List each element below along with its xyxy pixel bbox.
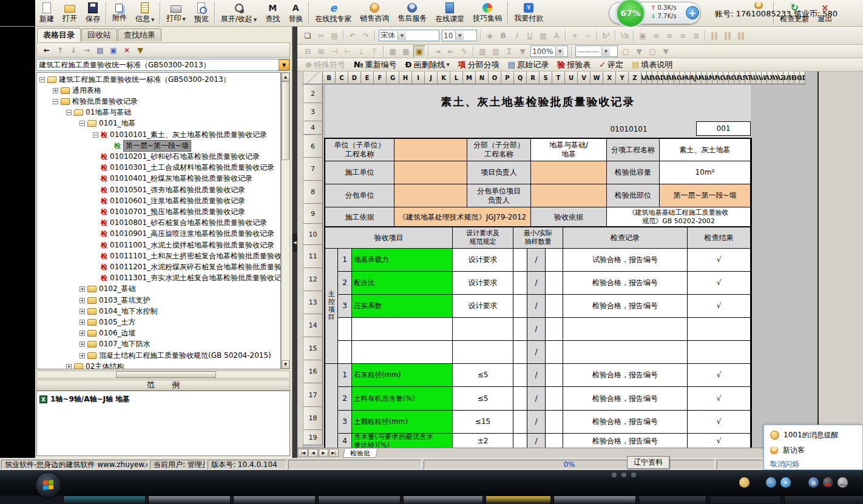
tree-horizontal-scrollbar[interactable]	[36, 371, 290, 378]
column-header-Z[interactable]: Z	[629, 72, 641, 84]
cell-item-name[interactable]: 配合比	[352, 272, 453, 295]
table-cell[interactable]	[531, 184, 607, 207]
cell-sample-slash[interactable]: /	[527, 387, 546, 411]
nav-back-icon[interactable]: ←	[41, 44, 53, 56]
tray-overflow-icon[interactable]	[631, 472, 636, 477]
cell-no[interactable]: 3	[338, 411, 352, 434]
table-cell[interactable]: 单位（子单位） 工程名称	[325, 139, 394, 161]
cell-item-name[interactable]	[352, 341, 453, 364]
cell-no[interactable]: 3	[338, 295, 352, 318]
column-header-AK[interactable]: AK	[696, 72, 702, 84]
cell-design-req[interactable]: ±2	[453, 434, 513, 449]
toolbar-button-new[interactable]: 新建	[35, 0, 58, 26]
tree-item[interactable]: +0106_边坡	[80, 328, 136, 339]
split-cell-icon[interactable]: ⊥	[355, 45, 367, 58]
cell-sample-slash[interactable]: /	[527, 249, 546, 272]
minimized-window-5[interactable]	[403, 496, 483, 504]
cell-sample-slash[interactable]: /	[527, 434, 546, 449]
column-header-J[interactable]: J	[425, 72, 438, 84]
column-header-Q[interactable]: Q	[514, 72, 527, 84]
font-name-select[interactable]: 宋体▼	[379, 30, 439, 41]
hscroll-thumb[interactable]	[116, 371, 216, 378]
copy-icon[interactable]: ❏	[302, 30, 314, 42]
row-header-18[interactable]: 18	[303, 407, 323, 430]
toolbar-button-info[interactable]: 信息▼	[131, 0, 158, 26]
cancel-blink-link[interactable]: 取消闪烁	[770, 459, 799, 469]
column-header-Y[interactable]: Y	[616, 72, 629, 84]
combo-dropdown-icon[interactable]: ▼	[279, 59, 289, 70]
tree-item[interactable]: −0101_地基	[80, 118, 136, 129]
form-serial-cell[interactable]: 001	[696, 121, 751, 136]
column-header-AQ[interactable]: AQ	[729, 72, 734, 84]
merge-right-icon[interactable]: ⊣	[328, 45, 340, 58]
tree-item[interactable]: 检01010701_预压地基检验批质量验收记录	[93, 206, 245, 217]
column-header-N[interactable]: N	[476, 72, 489, 84]
insert-cell-left-icon[interactable]: ⊟	[302, 45, 314, 58]
row-header-17[interactable]: 17	[303, 383, 323, 407]
tree-item[interactable]: 检01011201_水泥粉煤灰碎石桩复合地基检验批质量验收	[93, 261, 281, 272]
tool-原始记录[interactable]: ▤原始记录	[508, 59, 549, 70]
collapse-icon[interactable]: −	[93, 132, 98, 138]
start-button[interactable]	[35, 472, 62, 499]
format-painter-icon[interactable]: ✎	[458, 45, 470, 58]
column-header-AV[interactable]: AV	[756, 72, 762, 84]
expand-icon[interactable]: +	[53, 88, 58, 93]
line-style-select[interactable]: ———▼	[575, 45, 618, 57]
cell-sample-min[interactable]	[513, 387, 527, 411]
tree-item[interactable]: +通用表格	[53, 85, 101, 96]
row-header-6[interactable]: 6	[303, 135, 323, 158]
cell-item-name[interactable]: 压实系数	[352, 295, 453, 318]
column-header-BA[interactable]: BA	[783, 72, 789, 84]
cell-design-req[interactable]: ≤5	[453, 364, 513, 387]
cell-item-name[interactable]: 地基承载力	[352, 249, 453, 272]
row-header-11[interactable]: 11	[303, 245, 323, 268]
expand-icon[interactable]: +	[80, 309, 85, 314]
tree-item[interactable]: +0105_土方	[80, 317, 136, 328]
cell-no[interactable]	[338, 341, 352, 364]
minimized-window-3[interactable]	[233, 496, 316, 504]
cell-no[interactable]	[338, 318, 352, 341]
align-left-icon[interactable]: ≡	[650, 30, 662, 42]
group-general[interactable]	[325, 364, 338, 449]
minimized-window-1[interactable]	[63, 496, 146, 504]
column-header-M[interactable]: M	[463, 72, 476, 84]
table-cell[interactable]	[394, 184, 467, 207]
dropdown-arrow-icon[interactable]: ▼	[182, 17, 185, 22]
cell-no[interactable]: 4	[338, 434, 352, 449]
cell-sample-min[interactable]	[513, 318, 527, 341]
column-header-U[interactable]: U	[565, 72, 578, 84]
message-popup[interactable]: 1001的消息提醒 新访客 取消闪烁	[763, 425, 863, 470]
italic-icon[interactable]: I	[510, 30, 523, 42]
expand-icon[interactable]: +	[80, 341, 85, 347]
cell-sample-min[interactable]	[513, 364, 527, 387]
cell-check-record[interactable]: 检验合格，报告编号	[563, 364, 688, 387]
tool-画删除线[interactable]: Đ画删除线▼	[405, 59, 450, 70]
indent-dec-icon[interactable]: ⇤	[445, 45, 457, 58]
toolbar-button-tips[interactable]: 技巧集锦	[469, 0, 506, 26]
row-header-13[interactable]: 13	[303, 291, 323, 314]
dropdown-arrow-icon[interactable]: ▼	[446, 62, 449, 67]
tool-填表说明[interactable]: ▤填表说明	[632, 59, 672, 70]
tree-item[interactable]: +0107_地下防水	[80, 339, 151, 350]
cell-sample-slash[interactable]: /	[527, 272, 546, 295]
table-cell[interactable]	[531, 161, 607, 184]
cell-design-req[interactable]: 设计要求	[453, 249, 513, 272]
cell-sample-actual[interactable]	[546, 411, 563, 434]
fill-color-icon[interactable]: ▨	[537, 30, 549, 42]
minimized-window-7[interactable]	[553, 496, 636, 504]
undo-icon[interactable]: ↶	[347, 30, 359, 42]
format-brush-icon[interactable]: ◈	[484, 30, 496, 42]
tree-item[interactable]: +0103_基坑支护	[80, 295, 151, 306]
tree-item[interactable]: +0104_地下水控制	[80, 306, 158, 317]
cell-check-result[interactable]: √	[688, 249, 751, 272]
column-header-I[interactable]: I	[412, 72, 425, 84]
column-header-AB[interactable]: AB	[647, 72, 652, 84]
cell-sample-min[interactable]	[513, 249, 527, 272]
next-sheet-icon[interactable]: ▶	[319, 449, 328, 457]
scroll-thumb[interactable]	[282, 81, 289, 160]
cell-sample-actual[interactable]	[546, 295, 563, 318]
tool-报验表[interactable]: 验报验表	[557, 59, 591, 70]
cut-icon[interactable]: ✂	[315, 30, 327, 42]
column-header-AM[interactable]: AM	[707, 72, 712, 84]
dropdown-arrow-icon[interactable]: ▼	[151, 18, 154, 22]
